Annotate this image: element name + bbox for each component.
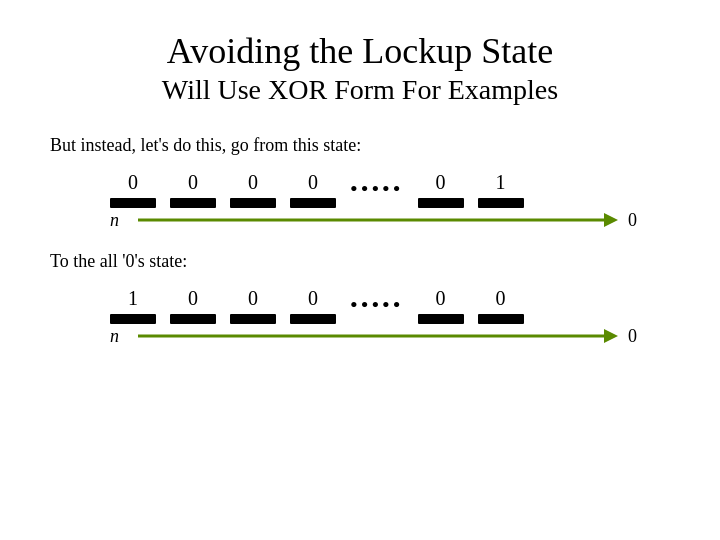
s2-bit-value-3: 0	[301, 287, 325, 310]
bit-cell-0: 0	[110, 171, 156, 208]
bit-cell-4: 0	[418, 171, 464, 208]
bit-bar-4	[418, 198, 464, 208]
s2-bit-cell-5: 0	[478, 287, 524, 324]
dots: •••••	[350, 176, 404, 208]
s2-dots-cell: •••••	[350, 286, 404, 324]
s2-bit-value-0: 1	[121, 287, 145, 310]
bit-bar-2	[230, 198, 276, 208]
s2-bit-value-2: 0	[241, 287, 265, 310]
bit-value-2: 0	[241, 171, 265, 194]
bit-cell-3: 0	[290, 171, 336, 208]
bit-value-1: 0	[181, 171, 205, 194]
end-label-1: 0	[628, 210, 637, 231]
title-block: Avoiding the Lockup State Will Use XOR F…	[50, 30, 670, 107]
bit-value-4: 0	[429, 171, 453, 194]
bit-bar-0	[110, 198, 156, 208]
s2-bit-bar-4	[418, 314, 464, 324]
s2-bit-value-5: 0	[489, 287, 513, 310]
bit-value-5: 1	[489, 171, 513, 194]
bit-bar-1	[170, 198, 216, 208]
s2-bit-bar-0	[110, 314, 156, 324]
s2-bit-bar-5	[478, 314, 524, 324]
sub-title: Will Use XOR Form For Examples	[50, 73, 670, 107]
bit-value-3: 0	[301, 171, 325, 194]
section1-intro: But instead, let's do this, go from this…	[50, 135, 670, 156]
s2-bit-cell-3: 0	[290, 287, 336, 324]
s2-dots: •••••	[350, 292, 404, 324]
bit-cell-1: 0	[170, 171, 216, 208]
s2-bit-cell-4: 0	[418, 287, 464, 324]
arrow-line-2	[138, 335, 604, 338]
page: Avoiding the Lockup State Will Use XOR F…	[0, 0, 720, 540]
arrow-graphic-1	[138, 213, 618, 227]
s2-bit-value-1: 0	[181, 287, 205, 310]
bit-bar-3	[290, 198, 336, 208]
n-label-2: n	[110, 326, 134, 347]
section2-intro: To the all '0's state:	[50, 251, 670, 272]
main-title: Avoiding the Lockup State	[50, 30, 670, 73]
section1: But instead, let's do this, go from this…	[50, 135, 670, 231]
end-label-2: 0	[628, 326, 637, 347]
n-label-1: n	[110, 210, 134, 231]
arrow-line-1	[138, 219, 604, 222]
s2-bit-bar-3	[290, 314, 336, 324]
arrowhead-2	[604, 329, 618, 343]
s2-bit-value-4: 0	[429, 287, 453, 310]
s2-bit-cell-2: 0	[230, 287, 276, 324]
s2-bit-bar-1	[170, 314, 216, 324]
s2-bit-bar-2	[230, 314, 276, 324]
bit-bar-5	[478, 198, 524, 208]
bit-cell-5: 1	[478, 171, 524, 208]
s2-bit-cell-1: 0	[170, 287, 216, 324]
bit-cell-2: 0	[230, 171, 276, 208]
arrow-row-1: n 0	[110, 210, 670, 231]
bit-value-0: 0	[121, 171, 145, 194]
arrow-graphic-2	[138, 329, 618, 343]
dots-cell: •••••	[350, 170, 404, 208]
s2-bit-cell-0: 1	[110, 287, 156, 324]
arrow-row-2: n 0	[110, 326, 670, 347]
section2: To the all '0's state: 1 0 0 0	[50, 251, 670, 347]
arrowhead-1	[604, 213, 618, 227]
